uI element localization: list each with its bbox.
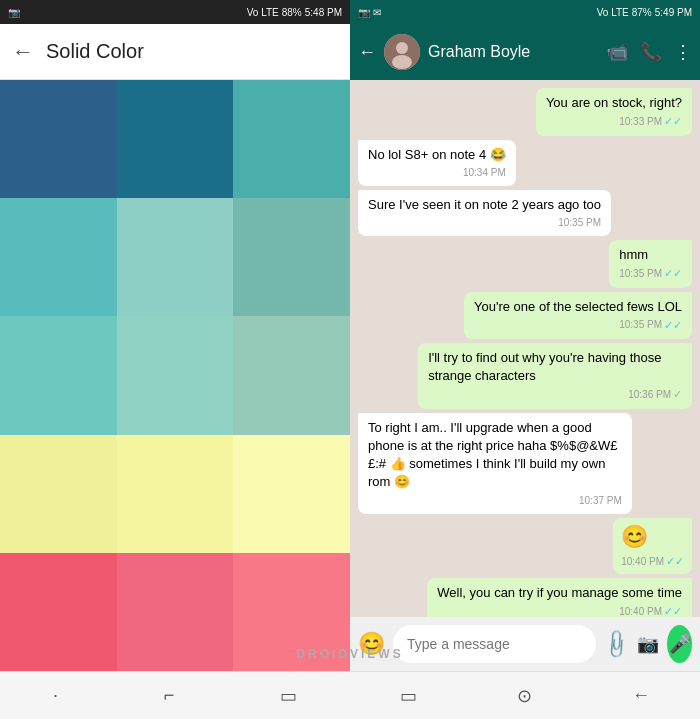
more-options-icon[interactable]: ⋮ (674, 41, 692, 63)
msg-time: 10:40 PM (619, 605, 662, 617)
msg-ticks: ✓✓ (666, 554, 684, 569)
back-icon[interactable]: ← (12, 39, 34, 65)
avatar (384, 34, 420, 70)
message-input[interactable] (393, 625, 596, 663)
nav-back-icon-right[interactable]: ← (632, 685, 650, 706)
color-grid (0, 80, 350, 671)
chat-contact-name: Graham Boyle (428, 43, 598, 61)
color-cell-6[interactable] (0, 316, 117, 434)
color-cell-8[interactable] (233, 316, 350, 434)
right-status-icons: Vo LTE 87% 5:49 PM (597, 7, 692, 18)
right-status-bar: 📷 ✉ Vo LTE 87% 5:49 PM (350, 0, 700, 24)
left-toolbar: ← Solid Color (0, 24, 350, 80)
message-1: You are on stock, right? 10:33 PM ✓✓ (536, 88, 692, 136)
msg-time: 10:35 PM (558, 216, 601, 230)
msg-text: To right I am.. I'll upgrade when a good… (368, 420, 618, 490)
color-cell-7[interactable] (117, 316, 234, 434)
chat-input-bar: 😊 📎 📷 🎤 (350, 617, 700, 671)
msg-text: 😊 (621, 524, 648, 549)
color-cell-3[interactable] (0, 198, 117, 316)
left-time: 5:48 PM (305, 7, 342, 18)
message-4: hmm 10:35 PM ✓✓ (609, 240, 692, 288)
msg-time: 10:35 PM (619, 318, 662, 332)
color-cell-0[interactable] (0, 80, 117, 198)
left-status-left: 📷 (8, 7, 20, 18)
left-status-icons: Vo LTE 88% 5:48 PM (247, 7, 342, 18)
page-title: Solid Color (46, 40, 144, 63)
color-cell-14[interactable] (233, 553, 350, 671)
nav-recent-icon-right[interactable]: ⊙ (517, 685, 532, 707)
right-panel: 📷 ✉ Vo LTE 87% 5:49 PM ← Graham Boyle 📹 … (350, 0, 700, 719)
right-status-left: 📷 ✉ (358, 7, 381, 18)
left-signal: Vo LTE (247, 7, 279, 18)
message-9: Well, you can try if you manage some tim… (427, 578, 692, 617)
chat-toolbar-icons: 📹 📞 ⋮ (606, 41, 692, 63)
chat-toolbar: ← Graham Boyle 📹 📞 ⋮ (350, 24, 700, 80)
color-cell-5[interactable] (233, 198, 350, 316)
msg-text: You're one of the selected fews LOL (474, 299, 682, 314)
color-cell-13[interactable] (117, 553, 234, 671)
camera-icon[interactable]: 📷 (637, 633, 659, 655)
msg-time: 10:34 PM (463, 166, 506, 180)
right-time: 5:49 PM (655, 7, 692, 18)
msg-time: 10:40 PM (621, 555, 664, 569)
message-8: 😊 10:40 PM ✓✓ (613, 518, 692, 574)
color-cell-4[interactable] (117, 198, 234, 316)
msg-ticks: ✓✓ (664, 114, 682, 129)
color-cell-9[interactable] (0, 435, 117, 553)
video-call-icon[interactable]: 📹 (606, 41, 628, 63)
mic-button[interactable]: 🎤 (667, 625, 692, 663)
color-cell-10[interactable] (117, 435, 234, 553)
svg-point-2 (392, 55, 412, 69)
message-6: I'll try to find out why you're having t… (418, 343, 692, 409)
attach-icon[interactable]: 📎 (599, 627, 634, 662)
msg-text: You are on stock, right? (546, 95, 682, 110)
message-7: To right I am.. I'll upgrade when a good… (358, 413, 632, 514)
phone-call-icon[interactable]: 📞 (640, 41, 662, 63)
msg-text: Sure I've seen it on note 2 years ago to… (368, 197, 601, 212)
color-cell-1[interactable] (117, 80, 234, 198)
left-battery: 88% (282, 7, 302, 18)
msg-ticks: ✓✓ (664, 266, 682, 281)
message-3: Sure I've seen it on note 2 years ago to… (358, 190, 611, 236)
color-cell-12[interactable] (0, 553, 117, 671)
right-nav-bar: ▭ ⊙ ← (350, 671, 700, 719)
right-battery: 87% (632, 7, 652, 18)
color-cell-11[interactable] (233, 435, 350, 553)
right-signal: Vo LTE (597, 7, 629, 18)
nav-home-icon[interactable]: ▭ (280, 685, 297, 707)
left-nav-bar: · ⌐ ▭ (0, 671, 350, 719)
messages-area: You are on stock, right? 10:33 PM ✓✓ No … (350, 80, 700, 617)
msg-ticks: ✓ (673, 387, 682, 402)
nav-recent-icon[interactable]: ⌐ (164, 685, 175, 706)
left-status-bar: 📷 Vo LTE 88% 5:48 PM (0, 0, 350, 24)
msg-ticks: ✓✓ (664, 318, 682, 333)
msg-text: I'll try to find out why you're having t… (428, 350, 661, 383)
nav-home-icon-right[interactable]: ▭ (400, 685, 417, 707)
msg-text: hmm (619, 247, 648, 262)
msg-text: No lol S8+ on note 4 😂 (368, 147, 506, 162)
svg-point-1 (396, 42, 408, 54)
msg-time: 10:36 PM (628, 388, 671, 402)
nav-back-icon[interactable]: · (53, 685, 58, 706)
msg-ticks: ✓✓ (664, 604, 682, 617)
message-2: No lol S8+ on note 4 😂 10:34 PM (358, 140, 516, 186)
msg-time: 10:33 PM (619, 115, 662, 129)
message-5: You're one of the selected fews LOL 10:3… (464, 292, 692, 340)
emoji-button[interactable]: 😊 (358, 631, 385, 657)
chat-back-icon[interactable]: ← (358, 42, 376, 63)
msg-time: 10:37 PM (579, 494, 622, 508)
msg-text: Well, you can try if you manage some tim… (437, 585, 682, 600)
color-cell-2[interactable] (233, 80, 350, 198)
left-panel: 📷 Vo LTE 88% 5:48 PM ← Solid Color · ⌐ (0, 0, 350, 719)
msg-time: 10:35 PM (619, 267, 662, 281)
